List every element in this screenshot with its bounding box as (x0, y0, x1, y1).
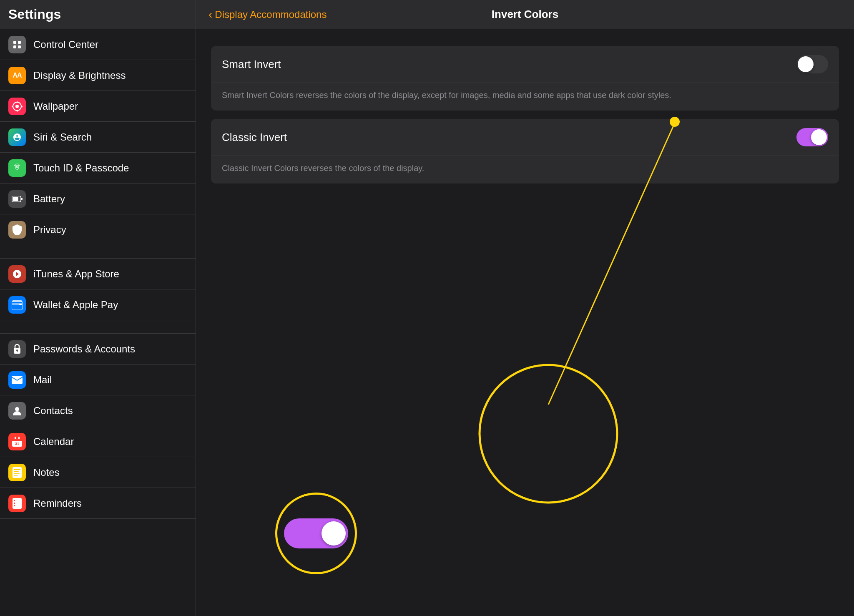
sidebar-item-reminders[interactable]: Reminders (0, 488, 196, 519)
svg-rect-15 (19, 304, 22, 305)
sidebar-item-label: Display & Brightness (33, 70, 126, 81)
classic-invert-block: Classic Invert Classic Invert Colors rev… (211, 119, 839, 184)
svg-rect-37 (16, 505, 20, 506)
svg-rect-3 (18, 45, 21, 48)
sidebar-item-calendar[interactable]: 31 Calendar (0, 426, 196, 457)
mail-icon (8, 371, 26, 389)
svg-rect-1 (18, 41, 21, 44)
svg-rect-36 (14, 505, 15, 506)
sidebar-list: Control Center AA Display & Brightness W… (0, 29, 196, 616)
display-brightness-icon: AA (8, 67, 26, 84)
sidebar-item-label: Calendar (33, 436, 74, 448)
smart-invert-block: Smart Invert Smart Invert Colors reverse… (211, 46, 839, 111)
sidebar-item-contacts[interactable]: Contacts (0, 395, 196, 426)
svg-text:31: 31 (15, 442, 19, 446)
smart-invert-toggle[interactable] (796, 55, 828, 73)
smart-invert-desc-text: Smart Invert Colors reverses the colors … (222, 89, 828, 101)
sidebar-item-label: Battery (33, 193, 65, 205)
sidebar-item-label: Touch ID & Passcode (33, 162, 129, 174)
smart-invert-label: Smart Invert (222, 58, 281, 71)
svg-rect-26 (13, 467, 22, 478)
classic-invert-label: Classic Invert (222, 131, 287, 144)
svg-rect-32 (14, 500, 15, 501)
sidebar-item-label: Control Center (33, 39, 98, 50)
sidebar-item-battery[interactable]: Battery (0, 184, 196, 214)
classic-invert-desc-text: Classic Invert Colors reverses the color… (222, 162, 828, 174)
svg-rect-30 (14, 475, 18, 476)
sidebar-section-gap-2 (0, 320, 196, 334)
svg-rect-12 (21, 198, 23, 200)
sidebar-section-gap-1 (0, 245, 196, 259)
svg-rect-19 (12, 376, 23, 384)
svg-rect-34 (14, 503, 15, 504)
smart-invert-description: Smart Invert Colors reverses the colors … (211, 83, 839, 111)
toggle-knob (798, 56, 814, 72)
sidebar-item-label: iTunes & App Store (33, 268, 119, 280)
sidebar-item-label: Reminders (33, 498, 82, 509)
contacts-icon (8, 402, 26, 420)
sidebar-item-control-center[interactable]: Control Center (0, 29, 196, 60)
wallet-icon (8, 296, 26, 314)
sidebar-item-notes[interactable]: Notes (0, 457, 196, 488)
toggle-knob (811, 129, 827, 145)
svg-rect-0 (13, 41, 16, 44)
passwords-icon (8, 340, 26, 358)
sidebar-item-mail[interactable]: Mail (0, 365, 196, 395)
sidebar-item-display-brightness[interactable]: AA Display & Brightness (0, 60, 196, 91)
svg-rect-35 (16, 503, 20, 504)
svg-rect-23 (15, 437, 16, 439)
back-label: Display Accommodations (215, 9, 327, 20)
itunes-icon (8, 265, 26, 283)
svg-rect-18 (17, 350, 18, 352)
classic-invert-description: Classic Invert Colors reverses the color… (211, 156, 839, 184)
sidebar-item-label: Siri & Search (33, 131, 92, 143)
sidebar-item-wallet[interactable]: Wallet & Apple Pay (0, 289, 196, 320)
control-center-icon (8, 36, 26, 53)
classic-invert-row: Classic Invert (211, 119, 839, 156)
battery-icon (8, 190, 26, 208)
sidebar-item-label: Passwords & Accounts (33, 343, 135, 355)
page-title: Invert Colors (492, 8, 558, 21)
back-button[interactable]: ‹ Display Accommodations (208, 8, 327, 21)
sidebar-title: Settings (8, 7, 61, 22)
svg-rect-33 (16, 500, 20, 501)
svg-point-40 (480, 365, 617, 503)
sidebar-item-label: Privacy (33, 224, 66, 236)
content-area: Smart Invert Smart Invert Colors reverse… (196, 29, 854, 616)
svg-rect-2 (13, 45, 16, 48)
sidebar: Settings Control Center AA Display & Bri… (0, 0, 196, 616)
sidebar-header: Settings (0, 0, 196, 29)
svg-rect-27 (14, 469, 20, 470)
sidebar-item-label: Contacts (33, 405, 73, 417)
main-content: ‹ Display Accommodations Invert Colors S… (196, 0, 854, 616)
sidebar-item-label: Wallet & Apple Pay (33, 299, 118, 311)
notes-icon (8, 464, 26, 481)
touch-id-icon (8, 159, 26, 177)
svg-rect-13 (12, 302, 23, 309)
svg-point-5 (15, 105, 19, 108)
sidebar-item-label: Wallpaper (33, 101, 78, 112)
main-header: ‹ Display Accommodations Invert Colors (196, 0, 854, 29)
zoom-toggle (284, 518, 348, 548)
sidebar-item-passwords[interactable]: Passwords & Accounts (0, 334, 196, 365)
sidebar-item-label: Notes (33, 467, 60, 478)
calendar-icon: 31 (8, 433, 26, 450)
siri-icon (8, 128, 26, 146)
svg-rect-28 (14, 471, 19, 472)
sidebar-item-touch-id[interactable]: Touch ID & Passcode (0, 153, 196, 184)
smart-invert-row: Smart Invert (211, 46, 839, 83)
zoom-toggle-knob (322, 521, 346, 546)
sidebar-item-privacy[interactable]: Privacy (0, 214, 196, 245)
header-inner: ‹ Display Accommodations Invert Colors (208, 8, 841, 21)
sidebar-item-wallpaper[interactable]: Wallpaper (0, 91, 196, 122)
classic-invert-toggle[interactable] (796, 128, 828, 146)
reminders-icon (8, 495, 26, 512)
svg-rect-29 (14, 473, 20, 474)
sidebar-item-itunes[interactable]: iTunes & App Store (0, 259, 196, 289)
wallpaper-icon (8, 98, 26, 115)
sidebar-item-siri-search[interactable]: Siri & Search (0, 122, 196, 153)
privacy-icon (8, 221, 26, 239)
svg-rect-22 (12, 438, 22, 441)
sidebar-item-label: Mail (33, 374, 52, 386)
svg-rect-24 (18, 437, 20, 439)
